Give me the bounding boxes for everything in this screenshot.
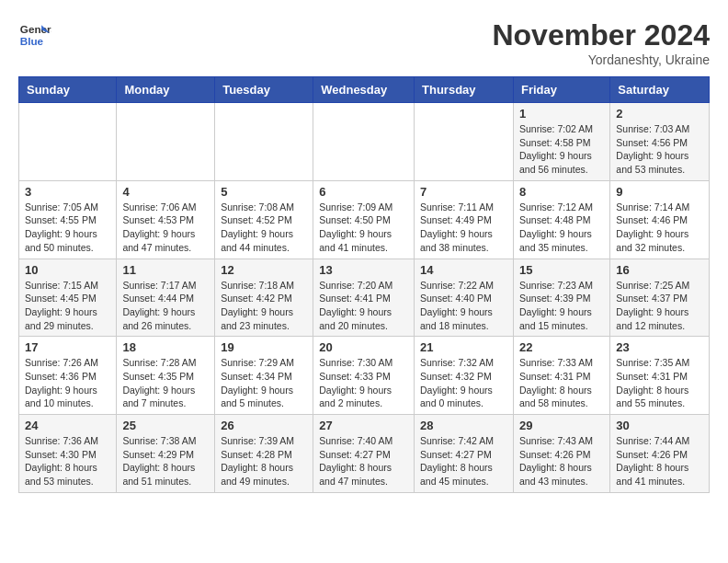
day-number: 11 <box>122 263 209 277</box>
day-number: 30 <box>616 419 703 432</box>
day-number: 9 <box>616 185 703 199</box>
calendar-day-cell <box>19 103 117 181</box>
day-number: 16 <box>616 263 703 277</box>
day-of-week-header: Friday <box>513 77 609 103</box>
calendar-header-row: SundayMondayTuesdayWednesdayThursdayFrid… <box>19 77 710 103</box>
day-number: 19 <box>221 340 307 354</box>
day-info: Sunrise: 7:11 AMSunset: 4:49 PMDaylight:… <box>420 201 507 255</box>
day-info: Sunrise: 7:40 AMSunset: 4:27 PMDaylight:… <box>319 434 408 488</box>
calendar-day-cell: 16Sunrise: 7:25 AMSunset: 4:37 PMDayligh… <box>610 259 710 337</box>
day-number: 26 <box>221 419 307 432</box>
day-number: 5 <box>221 185 307 199</box>
day-number: 3 <box>25 185 110 199</box>
calendar-day-cell: 11Sunrise: 7:17 AMSunset: 4:44 PMDayligh… <box>117 259 215 337</box>
calendar-day-cell: 4Sunrise: 7:06 AMSunset: 4:53 PMDaylight… <box>117 180 215 259</box>
day-number: 22 <box>519 340 604 354</box>
day-number: 21 <box>420 340 507 354</box>
logo: General Blue <box>18 18 51 52</box>
calendar-day-cell: 22Sunrise: 7:33 AMSunset: 4:31 PMDayligh… <box>513 337 609 415</box>
day-number: 20 <box>319 340 408 354</box>
page-header: General Blue November 2024 Yordaneshty, … <box>18 18 710 67</box>
day-number: 7 <box>420 185 507 199</box>
day-number: 27 <box>319 419 408 432</box>
day-info: Sunrise: 7:20 AMSunset: 4:41 PMDaylight:… <box>319 279 408 333</box>
day-number: 13 <box>319 263 408 277</box>
day-number: 4 <box>122 185 209 199</box>
day-info: Sunrise: 7:15 AMSunset: 4:45 PMDaylight:… <box>25 279 110 333</box>
calendar-week-row: 10Sunrise: 7:15 AMSunset: 4:45 PMDayligh… <box>19 259 710 337</box>
day-info: Sunrise: 7:14 AMSunset: 4:46 PMDaylight:… <box>616 201 703 255</box>
title-block: November 2024 Yordaneshty, Ukraine <box>492 18 710 67</box>
calendar-day-cell <box>117 103 215 181</box>
day-info: Sunrise: 7:02 AMSunset: 4:58 PMDaylight:… <box>519 122 604 177</box>
calendar-week-row: 24Sunrise: 7:36 AMSunset: 4:30 PMDayligh… <box>19 415 710 493</box>
day-info: Sunrise: 7:28 AMSunset: 4:35 PMDaylight:… <box>122 356 209 410</box>
calendar-day-cell: 23Sunrise: 7:35 AMSunset: 4:31 PMDayligh… <box>610 337 710 415</box>
calendar-week-row: 17Sunrise: 7:26 AMSunset: 4:36 PMDayligh… <box>19 337 710 415</box>
calendar-day-cell: 13Sunrise: 7:20 AMSunset: 4:41 PMDayligh… <box>313 259 415 337</box>
calendar-day-cell: 9Sunrise: 7:14 AMSunset: 4:46 PMDaylight… <box>610 180 710 259</box>
day-info: Sunrise: 7:35 AMSunset: 4:31 PMDaylight:… <box>616 356 703 410</box>
day-info: Sunrise: 7:22 AMSunset: 4:40 PMDaylight:… <box>420 279 507 333</box>
day-info: Sunrise: 7:23 AMSunset: 4:39 PMDaylight:… <box>519 279 604 333</box>
month-title: November 2024 <box>492 18 710 52</box>
svg-text:Blue: Blue <box>20 35 44 47</box>
day-info: Sunrise: 7:09 AMSunset: 4:50 PMDaylight:… <box>319 201 408 255</box>
calendar-day-cell: 8Sunrise: 7:12 AMSunset: 4:48 PMDaylight… <box>513 180 609 259</box>
calendar-week-row: 3Sunrise: 7:05 AMSunset: 4:55 PMDaylight… <box>19 180 710 259</box>
calendar-day-cell: 27Sunrise: 7:40 AMSunset: 4:27 PMDayligh… <box>313 415 415 493</box>
calendar-day-cell: 25Sunrise: 7:38 AMSunset: 4:29 PMDayligh… <box>117 415 215 493</box>
calendar-day-cell: 12Sunrise: 7:18 AMSunset: 4:42 PMDayligh… <box>215 259 313 337</box>
day-of-week-header: Monday <box>117 77 215 103</box>
day-number: 15 <box>519 263 604 277</box>
calendar-day-cell: 30Sunrise: 7:44 AMSunset: 4:26 PMDayligh… <box>610 415 710 493</box>
day-info: Sunrise: 7:29 AMSunset: 4:34 PMDaylight:… <box>221 356 307 410</box>
calendar-week-row: 1Sunrise: 7:02 AMSunset: 4:58 PMDaylight… <box>19 103 710 181</box>
day-info: Sunrise: 7:32 AMSunset: 4:32 PMDaylight:… <box>420 356 507 410</box>
calendar-day-cell: 5Sunrise: 7:08 AMSunset: 4:52 PMDaylight… <box>215 180 313 259</box>
calendar-day-cell: 18Sunrise: 7:28 AMSunset: 4:35 PMDayligh… <box>117 337 215 415</box>
day-number: 14 <box>420 263 507 277</box>
day-info: Sunrise: 7:30 AMSunset: 4:33 PMDaylight:… <box>319 356 408 410</box>
calendar-day-cell: 3Sunrise: 7:05 AMSunset: 4:55 PMDaylight… <box>19 180 117 259</box>
day-info: Sunrise: 7:12 AMSunset: 4:48 PMDaylight:… <box>519 201 604 255</box>
day-info: Sunrise: 7:39 AMSunset: 4:28 PMDaylight:… <box>221 434 307 488</box>
day-info: Sunrise: 7:08 AMSunset: 4:52 PMDaylight:… <box>221 201 307 255</box>
calendar-day-cell: 19Sunrise: 7:29 AMSunset: 4:34 PMDayligh… <box>215 337 313 415</box>
svg-text:General: General <box>20 23 51 35</box>
day-info: Sunrise: 7:36 AMSunset: 4:30 PMDaylight:… <box>25 434 110 488</box>
day-of-week-header: Tuesday <box>215 77 313 103</box>
day-info: Sunrise: 7:18 AMSunset: 4:42 PMDaylight:… <box>221 279 307 333</box>
day-number: 24 <box>25 419 110 432</box>
calendar-day-cell <box>415 103 514 181</box>
day-info: Sunrise: 7:26 AMSunset: 4:36 PMDaylight:… <box>25 356 110 410</box>
calendar-table: SundayMondayTuesdayWednesdayThursdayFrid… <box>18 76 710 493</box>
day-number: 18 <box>122 340 209 354</box>
logo-icon: General Blue <box>18 18 51 52</box>
day-info: Sunrise: 7:03 AMSunset: 4:56 PMDaylight:… <box>616 122 703 177</box>
calendar-day-cell: 10Sunrise: 7:15 AMSunset: 4:45 PMDayligh… <box>19 259 117 337</box>
day-number: 23 <box>616 340 703 354</box>
day-info: Sunrise: 7:43 AMSunset: 4:26 PMDaylight:… <box>519 434 604 488</box>
calendar-day-cell: 24Sunrise: 7:36 AMSunset: 4:30 PMDayligh… <box>19 415 117 493</box>
calendar-day-cell: 15Sunrise: 7:23 AMSunset: 4:39 PMDayligh… <box>513 259 609 337</box>
calendar-day-cell: 7Sunrise: 7:11 AMSunset: 4:49 PMDaylight… <box>415 180 514 259</box>
calendar-day-cell: 20Sunrise: 7:30 AMSunset: 4:33 PMDayligh… <box>313 337 415 415</box>
day-info: Sunrise: 7:38 AMSunset: 4:29 PMDaylight:… <box>122 434 209 488</box>
day-number: 8 <box>519 185 604 199</box>
calendar-day-cell: 2Sunrise: 7:03 AMSunset: 4:56 PMDaylight… <box>610 103 710 181</box>
calendar-day-cell: 17Sunrise: 7:26 AMSunset: 4:36 PMDayligh… <box>19 337 117 415</box>
calendar-day-cell: 6Sunrise: 7:09 AMSunset: 4:50 PMDaylight… <box>313 180 415 259</box>
day-info: Sunrise: 7:33 AMSunset: 4:31 PMDaylight:… <box>519 356 604 410</box>
day-number: 10 <box>25 263 110 277</box>
day-of-week-header: Saturday <box>610 77 710 103</box>
calendar-day-cell <box>215 103 313 181</box>
day-number: 17 <box>25 340 110 354</box>
day-number: 28 <box>420 419 507 432</box>
day-number: 1 <box>519 107 604 121</box>
calendar-day-cell: 21Sunrise: 7:32 AMSunset: 4:32 PMDayligh… <box>415 337 514 415</box>
calendar-day-cell: 29Sunrise: 7:43 AMSunset: 4:26 PMDayligh… <box>513 415 609 493</box>
day-number: 2 <box>616 107 703 121</box>
day-number: 29 <box>519 419 604 432</box>
day-info: Sunrise: 7:42 AMSunset: 4:27 PMDaylight:… <box>420 434 507 488</box>
